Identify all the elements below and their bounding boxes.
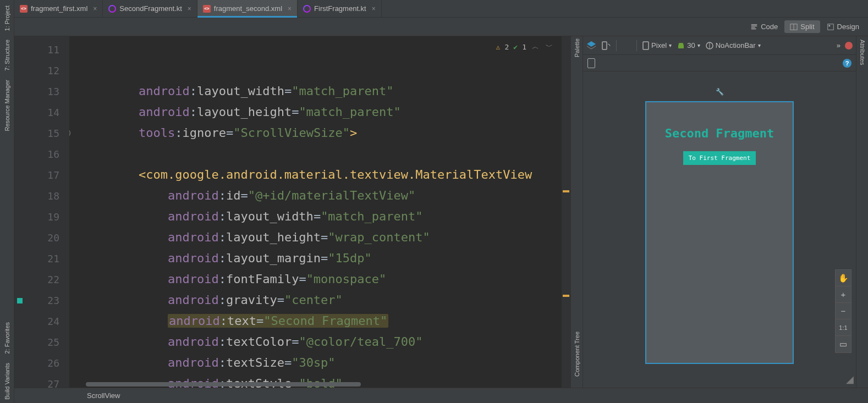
line-number[interactable]: 23 [25,290,59,311]
preview-button[interactable]: To First Fragment [683,151,756,165]
help-icon[interactable]: ? [843,59,851,68]
preview-subtoolbar: ? [583,55,856,71]
tab-label: fragment_second.xml [214,4,282,13]
close-icon[interactable]: × [372,5,376,13]
code-line[interactable]: android:id="@+id/materialTextView" [80,185,562,206]
line-number[interactable]: 16 [25,144,59,165]
code-line[interactable]: android:gravity="center" [80,290,562,311]
zoom-in-button[interactable]: + [836,286,851,303]
code-line[interactable]: android:layout_width="match_parent" [80,81,562,102]
resource-manager-tool[interactable]: Resource Manager [3,76,12,135]
code-line[interactable]: android:text="Second Fragment" [80,311,562,332]
view-mode-bar: Code Split Design [14,18,868,36]
warning-marker[interactable] [563,190,569,192]
warning-marker[interactable] [563,295,569,297]
editor-tab[interactable]: <>fragment_first.xml× [14,0,103,17]
close-icon[interactable]: × [288,5,292,13]
code-line[interactable]: tools:ignore="ScrollViewSize"> [80,123,562,143]
device-selector[interactable]: Pixel ▾ [642,41,672,50]
attributes-panel[interactable]: Attributes [856,36,868,388]
error-indicator-icon[interactable] [845,42,853,49]
more-actions-icon[interactable]: » [837,41,840,49]
orientation-icon[interactable] [601,41,611,51]
wrench-icon[interactable]: 🔧 [716,88,724,96]
structure-tool[interactable]: 7: Structure [3,36,12,74]
zoom-controls: ✋ + − 1:1 ▭ [835,269,851,353]
line-number[interactable]: 27 [25,374,59,395]
line-number[interactable]: 21 [25,249,59,269]
editor-tab[interactable]: <>fragment_second.xml× [197,0,298,17]
pan-button[interactable]: ✋ [836,270,851,286]
device-frame[interactable]: Second Fragment To First Fragment [645,101,794,364]
line-number[interactable]: 12 [25,60,59,81]
default-device-icon[interactable] [587,58,595,68]
code-editor[interactable]: 1112131415161718192021222324252627 ⚠2 ✔1… [14,36,570,388]
zoom-out-button[interactable]: − [836,303,851,319]
prev-highlight-icon[interactable]: ︿ [531,42,540,52]
api-selector[interactable]: 30 ▾ [677,41,700,49]
tab-label: FirstFragment.kt [314,4,366,13]
line-number[interactable]: 11 [25,40,59,60]
zoom-frame-button[interactable]: ▭ [836,336,851,352]
horizontal-scrollbar[interactable] [69,381,562,388]
theme-selector[interactable]: NoActionBar ▾ [706,41,761,49]
next-highlight-icon[interactable]: ﹀ [545,42,554,52]
kotlin-file-icon [303,5,311,13]
check-icon: ✔ [513,43,518,51]
code-line[interactable]: android:layout_height="wrap_content" [80,227,562,248]
design-canvas[interactable]: 🔧 Second Fragment To First Fragment ✋ + … [583,71,856,388]
preview-textview[interactable]: Second Fragment [665,126,774,140]
code-line[interactable]: android:layout_width="match_parent" [80,206,562,227]
editor-tab[interactable]: SecondFragment.kt× [103,0,197,17]
status-bar: ScrollView [14,388,868,403]
line-number[interactable]: 25 [25,332,59,353]
line-number[interactable]: 22 [25,269,59,290]
view-mode-split[interactable]: Split [784,20,820,33]
project-tool[interactable]: 1: Project [3,2,12,34]
resize-grip-icon[interactable]: ◢ [846,373,854,385]
line-number[interactable]: 19 [25,207,59,228]
night-mode-icon[interactable] [622,41,631,50]
line-number[interactable]: 17 [25,165,59,186]
color-gutter-icon[interactable] [17,298,23,303]
view-mode-code[interactable]: Code [745,20,783,33]
line-number[interactable]: 26 [25,353,59,374]
palette-panel[interactable]: Palette Component Tree [571,36,583,388]
preview-toolbar: Pixel ▾ 30 ▾ NoActionBar ▾ » [583,36,856,55]
warning-icon: ⚠ [496,43,501,51]
line-number[interactable]: 15 [25,123,59,144]
xml-file-icon: <> [203,5,211,13]
line-number[interactable]: 24 [25,311,59,332]
code-line[interactable]: android:layout_height="match_parent" [80,102,562,123]
component-tree-label: Component Tree [574,332,580,377]
line-number[interactable]: 14 [25,102,59,123]
zoom-fit-button[interactable]: 1:1 [836,319,851,336]
inspection-widget[interactable]: ⚠2 ✔1 ︿ ﹀ [494,41,556,53]
view-mode-design[interactable]: Design [821,20,865,33]
tab-label: fragment_first.xml [31,4,87,13]
design-surface-icon[interactable] [586,41,596,51]
close-icon[interactable]: × [93,5,97,13]
line-number[interactable]: 20 [25,228,59,249]
code-line[interactable]: <com.google.android.material.textview.Ma… [80,164,562,185]
svg-rect-4 [602,42,607,49]
favorites-tool[interactable]: 2: Favorites [3,319,12,357]
warning-count: 2 [505,43,509,51]
gutter: 1112131415161718192021222324252627 [14,36,69,388]
line-number[interactable]: 13 [25,81,59,102]
close-icon[interactable]: × [188,5,191,13]
editor-tab[interactable]: FirstFragment.kt× [298,0,382,17]
svg-rect-2 [827,24,833,30]
tab-label: SecondFragment.kt [119,4,182,13]
build-variants-tool[interactable]: Build Variants [3,360,12,403]
code-line[interactable] [80,143,562,164]
line-number[interactable]: 18 [25,186,59,207]
code-line[interactable]: android:textSize="30sp" [80,352,562,373]
xml-file-icon: <> [20,5,28,13]
code-line[interactable]: android:layout_margin="15dp" [80,248,562,269]
fold-icon[interactable]: – [69,129,70,137]
error-stripe[interactable] [562,36,570,388]
svg-rect-5 [643,42,649,49]
code-line[interactable]: android:fontFamily="monospace" [80,269,562,290]
code-line[interactable]: android:textColor="@color/teal_700" [80,332,562,352]
